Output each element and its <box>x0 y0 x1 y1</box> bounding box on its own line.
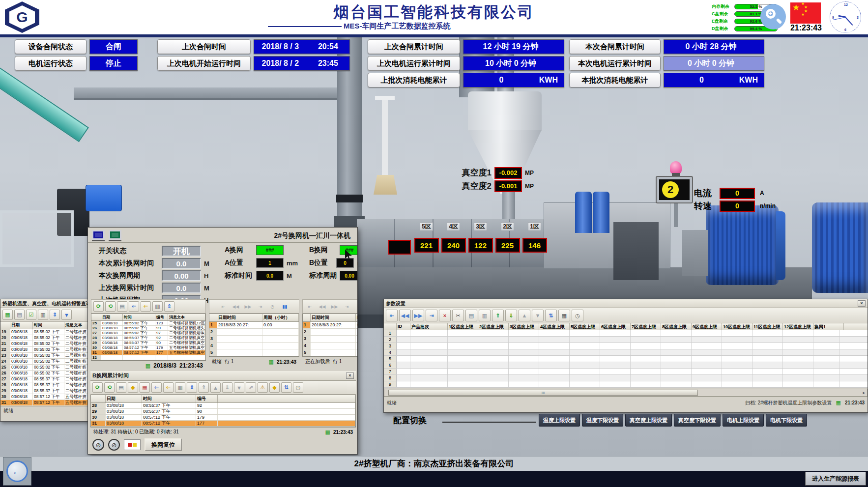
column-header[interactable]: 10区温度上限 <box>722 323 752 330</box>
gauge-circle2-icon[interactable]: ⊘ <box>108 439 120 451</box>
table-row[interactable]: 3 <box>384 343 868 349</box>
pause-icon[interactable]: ▮▮ <box>280 301 290 312</box>
table-row[interactable]: 23 03/08/18 08:55:02 下午 二号螺杆挤 <box>0 353 88 359</box>
lock-icon[interactable]: ◆ <box>128 382 138 393</box>
column-header[interactable]: 日期 <box>101 314 123 320</box>
table-row[interactable]: 5 <box>384 356 868 362</box>
last-time-label[interactable]: 上次合闸时间 <box>157 39 251 54</box>
scroll-right-arrow-icon[interactable]: ▸ <box>863 390 865 395</box>
prev-total-label[interactable]: 上批次消耗电能累计 <box>368 73 460 87</box>
last-icon[interactable]: ⇥ <box>342 301 352 312</box>
copy-icon[interactable]: ▤ <box>465 310 477 321</box>
lock-import-icon[interactable]: ⇐ <box>163 382 174 393</box>
column-header[interactable]: 编号 <box>155 314 168 320</box>
b-panel-titlebar[interactable]: B换网累计时间 × <box>90 371 356 381</box>
column-header[interactable]: 7区温度上限 <box>631 323 661 330</box>
state-label[interactable]: 设备合闸状态 <box>15 39 87 54</box>
column-header[interactable]: 日期时间 <box>311 314 356 321</box>
config-button[interactable]: 真空度上限设置 <box>625 414 672 427</box>
column-header[interactable]: 时间 <box>142 395 196 402</box>
first-icon[interactable]: ⇤ <box>386 310 398 321</box>
sort-icon[interactable]: ⇕ <box>164 301 174 312</box>
timer-icon[interactable]: ◷ <box>572 310 583 321</box>
lock2-icon[interactable]: ◆ <box>269 382 280 393</box>
lock-import-icon[interactable]: ⇐ <box>141 301 151 312</box>
table-row[interactable]: 29 03/08/18 08:55:37 下午 二号螺杆挤 <box>0 388 88 394</box>
last-time-label[interactable]: 上次电机开始运行时间 <box>157 56 251 71</box>
config-button[interactable]: 温度上限设置 <box>539 414 580 427</box>
table-row[interactable]: 2 <box>209 329 299 336</box>
monitor-icon[interactable] <box>92 230 105 240</box>
state-label[interactable]: 电机运行状态 <box>15 56 87 71</box>
table-row[interactable]: 29 03/08/18 08:55:37 下午 90 二号螺杆挤塑机真空度 <box>91 341 205 345</box>
sort-az-icon[interactable]: ⇅ <box>281 382 291 393</box>
refresh-db-icon[interactable]: ⟲ <box>104 382 115 393</box>
column-header[interactable]: 日期 <box>106 395 142 402</box>
table-row[interactable]: 6 <box>384 362 868 369</box>
table-row[interactable]: 9 <box>384 381 868 388</box>
sort-icon[interactable]: ⇕ <box>187 382 197 393</box>
print-icon[interactable]: ▥ <box>175 382 185 393</box>
column-header[interactable]: 周期（小时） <box>262 314 299 321</box>
table-row[interactable]: 1 2018/8/3 20:27: 0.00 <box>209 322 299 329</box>
table-row[interactable]: 4 <box>209 343 299 349</box>
table-row[interactable]: 3 <box>303 336 358 343</box>
zoom-icon[interactable]: + <box>760 4 786 29</box>
table-row[interactable]: 24 03/08/18 08:55:02 下午 二号螺杆挤 <box>0 359 88 365</box>
export-icon[interactable]: ⇗ <box>246 382 256 393</box>
table-row[interactable]: 29 03/08/18 08:55:37 下午 90 <box>91 409 355 415</box>
table-row[interactable]: 21 03/08/18 08:55:02 下午 二号螺杆挤 <box>0 341 88 347</box>
param-window-titlebar[interactable]: 参数设置 × <box>384 299 868 308</box>
timer-icon[interactable]: ◷ <box>354 301 358 312</box>
horizontal-scrollbar[interactable]: III ▸ <box>384 389 868 397</box>
close-icon[interactable]: × <box>858 300 866 307</box>
table-row[interactable]: 32 <box>91 355 205 360</box>
sort-icon[interactable]: ⇕ <box>50 310 60 320</box>
table-row[interactable]: 30 03/08/18 08:57:12 下午 179 <box>91 415 355 421</box>
table-row[interactable]: 30 03/08/18 08:57:12 下午 179 五号螺杆挤塑机真空度 <box>91 345 205 350</box>
config-button[interactable]: 电机下限设置 <box>766 414 807 427</box>
column-header[interactable]: 6区温度上限 <box>600 323 631 330</box>
config-button[interactable]: 电机上限设置 <box>723 414 764 427</box>
row-up-icon[interactable]: ⇑ <box>199 382 209 393</box>
timer-icon[interactable]: ◷ <box>267 301 278 312</box>
sort-az-icon[interactable]: ⇅ <box>545 310 557 321</box>
column-header[interactable]: 2区温度上限 <box>478 323 509 330</box>
table-row[interactable]: 20 03/08/18 08:55:02 下午 二号螺杆挤 <box>0 335 88 341</box>
column-header[interactable]: 1区温度上限 <box>448 323 478 330</box>
column-header[interactable]: ID <box>397 323 410 330</box>
refresh-db-icon[interactable]: ⟲ <box>105 301 116 312</box>
config-button[interactable]: 真空度下限设置 <box>674 414 721 427</box>
column-header[interactable]: 日期 <box>10 322 33 329</box>
table-row[interactable]: 4 <box>384 349 868 356</box>
database-icon[interactable]: ▤ <box>116 382 126 393</box>
row-up-icon[interactable]: ▲ <box>519 310 530 321</box>
table-row[interactable]: 8 <box>384 375 868 381</box>
gauge-circle-icon[interactable]: ⊘ <box>92 439 104 451</box>
column-header[interactable]: 消息文本 <box>168 314 205 320</box>
row-down-icon[interactable]: ⇓ <box>222 382 232 393</box>
column-header[interactable]: 3区温度上限 <box>509 323 539 330</box>
table-row[interactable]: 31 03/08/18 08:57:12 下午 177 <box>91 421 355 427</box>
refresh-icon[interactable]: ⟳ <box>92 382 103 393</box>
terminal-icon[interactable] <box>109 230 121 240</box>
checklist-icon[interactable]: ☑ <box>26 310 36 320</box>
row-down-icon[interactable]: ▼ <box>532 310 544 321</box>
table-row[interactable]: 4 <box>303 343 358 349</box>
config-button[interactable]: 温度下限设置 <box>582 414 623 427</box>
prev-total-label[interactable]: 上次电机运行累计时间 <box>368 56 460 71</box>
table-row[interactable]: 25 03/08/18 08:55:02 下午 123 二号螺杆挤塑机12区温 <box>91 321 205 326</box>
table-row[interactable]: 2 <box>303 329 358 336</box>
column-header[interactable]: 消息文本 <box>64 322 88 329</box>
column-header[interactable]: 换网1 <box>813 323 844 330</box>
table-row[interactable]: 30 03/08/18 08:57:12 下午 五号螺杆挤 <box>0 394 88 400</box>
refresh-icon[interactable]: ⟳ <box>93 301 104 312</box>
rewind-icon[interactable]: ◀◀ <box>317 301 327 312</box>
popup-titlebar[interactable]: 2#号换网机—汇川一体机 <box>88 228 357 243</box>
column-header[interactable]: 编号 <box>196 395 218 402</box>
table-row[interactable]: 5 <box>303 349 358 356</box>
column-header[interactable]: 日期时间 <box>217 314 262 321</box>
note-import-icon[interactable]: ⇐ <box>151 382 162 393</box>
scrollbar-thumb[interactable]: III <box>388 390 698 396</box>
prev-total-label[interactable]: 上次合闸累计时间 <box>368 39 460 54</box>
